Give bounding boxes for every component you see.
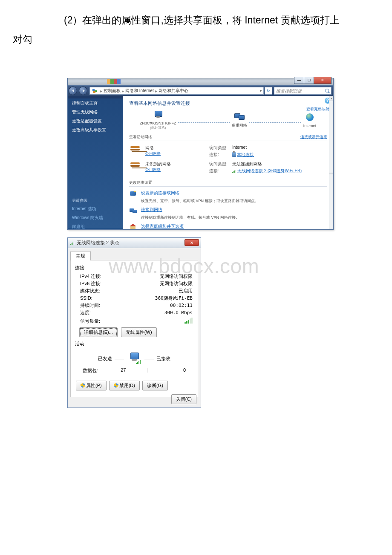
shield-icon xyxy=(81,383,85,388)
net2-conn-link[interactable]: 无线网络连接 2 (360随身WiFi-EB) xyxy=(237,168,302,173)
wifi-signal-icon xyxy=(232,169,236,173)
wireless-properties-button[interactable]: 无线属性(W) xyxy=(121,327,157,337)
watermark: www.bdocx.com xyxy=(109,254,259,278)
scroll-up-button[interactable]: ▴ xyxy=(329,96,333,101)
net1-name: 网络 xyxy=(145,145,154,150)
new-connection-icon xyxy=(129,191,138,197)
forward-button[interactable] xyxy=(79,87,87,95)
back-button[interactable] xyxy=(69,87,77,95)
activity-group-label: 活动 xyxy=(75,341,193,347)
breadcrumb-dropdown[interactable]: ▾ xyxy=(260,89,262,93)
active-network-row-2: 未识别的网络 公用网络 访问类型: 无法连接到网络 连接: 无线网络连接 2 (… xyxy=(129,159,327,176)
nav-internet-options[interactable]: Internet 选项 xyxy=(72,206,119,212)
this-computer-sub: (此计算机) xyxy=(140,125,176,130)
tab-general[interactable]: 常规 xyxy=(70,251,91,260)
connect-network-link[interactable]: 连接到网络 xyxy=(141,207,162,214)
address-bar: ▸ 控制面板 ▸ 网络和 Internet ▸ 网络和共享中心 ▾ ↻ 搜索控制… xyxy=(68,86,333,96)
speed-value: 300.0 Mbps xyxy=(164,309,193,316)
scrollbar-track[interactable] xyxy=(329,101,333,229)
ipv6-value: 无网络访问权限 xyxy=(160,280,193,287)
network-sharing-center-window: ▸ 控制面板 ▸ 网络和 Internet ▸ 网络和共享中心 ▾ ↻ 搜索控制… xyxy=(67,78,334,230)
net1-type-link[interactable]: 公用网络 xyxy=(145,151,161,156)
recv-label: 已接收 xyxy=(156,356,170,362)
minimize-button[interactable] xyxy=(294,77,304,84)
multi-network-icon xyxy=(233,112,246,122)
see-also-label: 另请参阅 xyxy=(72,198,119,203)
search-input[interactable]: 搜索控制面板 xyxy=(274,87,331,95)
multi-network-label: 多重网络 xyxy=(232,123,247,128)
packets-recv: 0 xyxy=(169,367,186,374)
ssid-label: SSID: xyxy=(80,295,92,302)
net2-name: 未识别的网络 xyxy=(145,162,171,166)
setup-new-connection-link[interactable]: 设置新的连接或网络 xyxy=(141,191,179,197)
window-chrome xyxy=(68,78,333,86)
disable-button[interactable]: 禁用(D) xyxy=(109,381,140,390)
net2-conn-label: 连接: xyxy=(209,168,230,174)
signal-quality-bars xyxy=(184,318,193,324)
setup-new-connection-desc: 设置无线、宽带、拨号、临时或 VPN 连接；或设置路由器或访问点。 xyxy=(129,198,327,204)
net1-conn-label: 连接: xyxy=(209,152,230,158)
nav-advanced-sharing[interactable]: 更改高级共享设置 xyxy=(72,127,119,133)
net1-conn-link[interactable]: 本地连接 xyxy=(237,152,254,157)
shield-icon-2 xyxy=(114,383,118,388)
breadcrumb-seg3[interactable]: 网络和共享中心 xyxy=(159,88,188,94)
activity-block: 已发送 —— —— 已接收 数据包: 27 | 0 xyxy=(76,349,193,377)
dialog-close-button[interactable] xyxy=(184,239,199,246)
internet-label: Internet xyxy=(303,124,317,128)
network-center-icon xyxy=(92,88,98,94)
duration-label: 持续时间: xyxy=(80,302,100,309)
packets-label: 数据包: xyxy=(83,367,98,374)
connect-disconnect-link[interactable]: 连接或断开连接 xyxy=(300,134,327,140)
dialog-titlebar: 无线网络连接 2 状态 xyxy=(68,238,201,248)
wifi-title-icon xyxy=(70,241,75,245)
nav-homegroup[interactable]: 家庭组 xyxy=(72,224,119,230)
maximize-button[interactable] xyxy=(304,77,314,84)
general-panel: 连接 IPv4 连接:无网络访问权限 IPv6 连接:无网络访问权限 媒体状态:… xyxy=(70,260,198,397)
net1-access-val: Internet xyxy=(232,145,327,151)
net2-type-link[interactable]: 公用网络 xyxy=(145,168,161,172)
change-settings-header: 更改网络设置 xyxy=(129,180,327,187)
media-value: 已启用 xyxy=(179,287,193,295)
svg-rect-0 xyxy=(92,89,95,91)
left-nav: 控制面板主页 管理无线网络 更改适配器设置 更改高级共享设置 另请参阅 Inte… xyxy=(68,96,123,229)
media-label: 媒体状态: xyxy=(80,287,100,295)
svg-rect-2 xyxy=(93,91,95,93)
doc-instruction-line1: (2）在弹出的属性窗口,选择共享面板，将 Internet 贡献选项打上 xyxy=(0,0,392,32)
public-network-icon xyxy=(129,145,142,154)
breadcrumb-bar[interactable]: ▸ 控制面板 ▸ 网络和 Internet ▸ 网络和共享中心 ▾ xyxy=(89,87,264,95)
this-computer-icon xyxy=(151,110,165,120)
search-placeholder: 搜索控制面板 xyxy=(276,89,302,93)
ipv4-label: IPv4 连接: xyxy=(80,273,101,280)
nav-adapter-settings[interactable]: 更改适配器设置 xyxy=(72,118,119,124)
net2-access-val: 无法连接到网络 xyxy=(232,161,327,167)
homegroup-icon xyxy=(129,224,138,229)
this-computer-name: ZN3CXKISN1HGFFZ xyxy=(140,121,176,125)
diagnose-button[interactable]: 诊断(G) xyxy=(142,381,168,390)
details-button[interactable]: 详细信息(E)... xyxy=(79,327,118,337)
chrome-accent xyxy=(107,79,121,84)
breadcrumb-seg1[interactable]: 控制面板 xyxy=(104,88,121,94)
active-networks-header: 查看活动网络 连接或断开连接 xyxy=(129,134,327,141)
close-button[interactable]: 关闭(C) xyxy=(171,394,196,404)
nav-home[interactable]: 控制面板主页 xyxy=(72,100,119,106)
dialog-title: 无线网络连接 2 状态 xyxy=(77,240,119,246)
scrollbar-marker xyxy=(329,173,333,174)
homegroup-share-link[interactable]: 选择家庭组和共享选项 xyxy=(141,224,184,229)
breadcrumb-seg2[interactable]: 网络和 Internet xyxy=(125,88,154,94)
heading-basic-info: 查看基本网络信息并设置连接 xyxy=(129,100,327,107)
view-full-map-link[interactable]: 查看完整映射 xyxy=(306,107,329,112)
properties-button[interactable]: 属性(P) xyxy=(76,381,107,390)
ipv6-label: IPv6 连接: xyxy=(80,280,101,287)
signal-label: 信号质量: xyxy=(80,318,100,325)
ssid-value: 360随身WiFi-EB xyxy=(155,295,193,302)
activity-computer-icon xyxy=(127,352,142,365)
close-button[interactable] xyxy=(314,77,331,84)
net2-access-label: 访问类型: xyxy=(209,161,230,167)
nav-firewall[interactable]: Windows 防火墙 xyxy=(72,215,119,221)
refresh-button[interactable]: ↻ xyxy=(265,87,272,95)
net1-access-label: 访问类型: xyxy=(209,145,230,151)
connect-network-desc: 连接到或重新连接到无线、有线、拨号或 VPN 网络连接。 xyxy=(129,215,327,220)
search-icon xyxy=(325,89,330,93)
active-network-row-1: 网络 公用网络 访问类型: Internet 连接: 本地连接 xyxy=(129,143,327,159)
nav-manage-wireless[interactable]: 管理无线网络 xyxy=(72,109,119,115)
